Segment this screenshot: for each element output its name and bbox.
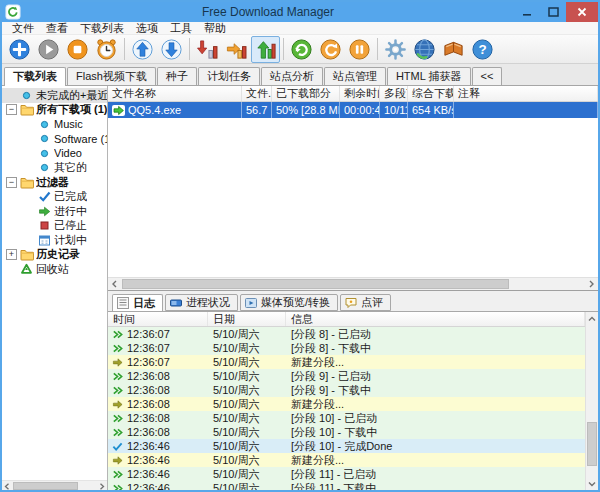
main-tab-2[interactable]: 种子 bbox=[157, 67, 197, 85]
site-explorer-button[interactable] bbox=[410, 36, 439, 63]
tree-item-2[interactable]: Music bbox=[2, 117, 107, 132]
resume-all-button[interactable] bbox=[287, 36, 316, 63]
downloads-horizontal-scrollbar[interactable] bbox=[108, 277, 598, 290]
log-row[interactable]: 12:36:075/10/周六新建分段... bbox=[108, 355, 585, 369]
bottom-tab-3[interactable]: 点评 bbox=[340, 294, 391, 311]
menu-item-0[interactable]: 文件 bbox=[6, 22, 40, 35]
scheduler-button[interactable] bbox=[92, 36, 121, 63]
tree-item-5[interactable]: 其它的 bbox=[2, 161, 107, 176]
title-bar[interactable]: Free Download Manager bbox=[2, 2, 598, 22]
main-tab-7[interactable]: << bbox=[472, 67, 503, 85]
tree-scroll-thumb[interactable] bbox=[13, 482, 78, 490]
log-row[interactable]: 12:36:085/10/周六[分段 10] - 下载中 bbox=[108, 425, 585, 439]
log-row[interactable]: 12:36:085/10/周六[分段 10] - 已启动 bbox=[108, 411, 585, 425]
main-tab-4[interactable]: 站点分析 bbox=[261, 67, 323, 85]
column-header-6[interactable]: 注释 bbox=[454, 86, 598, 101]
start-download-button[interactable] bbox=[34, 36, 63, 63]
chevrons-icon bbox=[112, 371, 123, 382]
menu-item-1[interactable]: 查看 bbox=[40, 22, 74, 35]
add-download-button[interactable] bbox=[5, 36, 34, 63]
tutorial-button[interactable] bbox=[439, 36, 468, 63]
restart-all-button[interactable] bbox=[316, 36, 345, 63]
tree-item-1[interactable]: −所有下载项 (1) bbox=[2, 103, 107, 118]
log-row[interactable]: 12:36:085/10/周六[分段 9] - 已启动 bbox=[108, 369, 585, 383]
chevrons-icon bbox=[112, 469, 123, 480]
scroll-left-icon[interactable] bbox=[2, 481, 12, 491]
tree-item-11[interactable]: +历史记录 bbox=[2, 248, 107, 263]
tree-item-9[interactable]: 已停止 bbox=[2, 219, 107, 234]
menu-item-4[interactable]: 工具 bbox=[164, 22, 198, 35]
speed-limit-medium-button[interactable] bbox=[222, 36, 251, 63]
help-button[interactable]: ? bbox=[468, 36, 497, 63]
speed-limit-low-button[interactable] bbox=[193, 36, 222, 63]
log-row[interactable]: 12:36:465/10/周六新建分段... bbox=[108, 453, 585, 467]
bottom-tab-2[interactable]: 媒体预览/转换 bbox=[240, 294, 338, 311]
main-tab-3[interactable]: 计划任务 bbox=[198, 67, 260, 85]
log-scroll-thumb[interactable] bbox=[587, 422, 597, 466]
move-up-button[interactable] bbox=[128, 36, 157, 63]
speed-limit-high-button[interactable] bbox=[251, 36, 280, 63]
main-tab-6[interactable]: HTML 捕获器 bbox=[387, 67, 471, 85]
menu-item-3[interactable]: 选项 bbox=[130, 22, 164, 35]
scroll-right-icon[interactable] bbox=[585, 278, 598, 290]
scroll-up-icon[interactable] bbox=[586, 312, 598, 325]
column-header-5[interactable]: 综合下载... bbox=[408, 86, 454, 101]
scroll-right-icon[interactable] bbox=[97, 481, 107, 491]
tree-item-12[interactable]: 回收站 bbox=[2, 262, 107, 277]
column-header-0[interactable]: 文件名称 bbox=[108, 86, 242, 101]
tree-horizontal-scrollbar[interactable] bbox=[2, 480, 107, 490]
bottom-tab-1[interactable]: 进程状况 bbox=[165, 294, 238, 311]
main-tab-0[interactable]: 下载列表 bbox=[4, 67, 66, 86]
log-time: 12:36:46 bbox=[127, 439, 170, 453]
scroll-left-icon[interactable] bbox=[108, 278, 121, 290]
scroll-down-icon[interactable] bbox=[586, 477, 598, 490]
maximize-button[interactable] bbox=[540, 2, 566, 22]
log-row[interactable]: 12:36:465/10/周六[分段 11] - 已启动 bbox=[108, 467, 585, 481]
settings-button[interactable] bbox=[381, 36, 410, 63]
new-segment-icon bbox=[112, 455, 123, 466]
tree-item-8[interactable]: 进行中 bbox=[2, 204, 107, 219]
log-row[interactable]: 12:36:085/10/周六[分段 9] - 下载中 bbox=[108, 383, 585, 397]
main-tab-5[interactable]: 站点管理 bbox=[324, 67, 386, 85]
tree-item-label: 其它的 bbox=[54, 160, 87, 175]
log-row[interactable]: 12:36:075/10/周六[分段 8] - 下载中 bbox=[108, 341, 585, 355]
expander-minus-icon[interactable]: − bbox=[6, 177, 17, 188]
expander-plus-icon[interactable]: + bbox=[6, 249, 17, 260]
column-header-3[interactable]: 剩余时间 bbox=[340, 86, 380, 101]
menu-item-5[interactable]: 帮助 bbox=[198, 22, 232, 35]
bottom-tab-0[interactable]: 日志 bbox=[112, 294, 163, 312]
log-column-header-1[interactable]: 日期 bbox=[208, 312, 286, 326]
log-row[interactable]: 12:36:085/10/周六新建分段... bbox=[108, 397, 585, 411]
column-header-1[interactable]: 文件... bbox=[242, 86, 272, 101]
stop-download-button[interactable] bbox=[63, 36, 92, 63]
column-header-4[interactable]: 多段下... bbox=[380, 86, 408, 101]
toolbar-separator bbox=[377, 38, 378, 60]
tree-item-6[interactable]: −过滤器 bbox=[2, 175, 107, 190]
download-row[interactable]: QQ5.4.exe56.7 ...50% [28.8 MB]00:00:4310… bbox=[108, 102, 598, 118]
comment-icon bbox=[345, 297, 357, 309]
tree-item-7[interactable]: 已完成 bbox=[2, 190, 107, 205]
menu-item-2[interactable]: 下载列表 bbox=[74, 22, 130, 35]
log-message: [分段 11] - 已启动 bbox=[286, 467, 585, 481]
chevrons-icon bbox=[112, 413, 123, 424]
log-column-header-0[interactable]: 时间 bbox=[108, 312, 208, 326]
tree-item-4[interactable]: Video bbox=[2, 146, 107, 161]
pause-all-button[interactable] bbox=[345, 36, 374, 63]
log-row[interactable]: 12:36:075/10/周六[分段 8] - 已启动 bbox=[108, 327, 585, 341]
move-down-button[interactable] bbox=[157, 36, 186, 63]
close-button[interactable] bbox=[566, 2, 598, 22]
go-arrow-icon bbox=[38, 205, 51, 218]
log-icon bbox=[117, 297, 129, 309]
tree-item-3[interactable]: Software (1) bbox=[2, 132, 107, 147]
log-vertical-scrollbar[interactable] bbox=[585, 312, 598, 490]
main-tab-1[interactable]: Flash视频下载 bbox=[67, 67, 156, 85]
expander-minus-icon[interactable]: − bbox=[6, 104, 17, 115]
tree-item-10[interactable]: 计划中 bbox=[2, 233, 107, 248]
log-row[interactable]: 12:36:465/10/周六[分段 10] - 完成Done bbox=[108, 439, 585, 453]
log-column-header-2[interactable]: 信息 bbox=[286, 312, 585, 326]
downloads-scroll-thumb[interactable] bbox=[122, 279, 509, 289]
tree-item-0[interactable]: 未完成的+最近下载 bbox=[2, 88, 107, 103]
minimize-button[interactable] bbox=[514, 2, 540, 22]
column-header-2[interactable]: 已下载部分 bbox=[272, 86, 340, 101]
log-row[interactable]: 12:36:465/10/周六[分段 11] - 下载中 bbox=[108, 481, 585, 490]
